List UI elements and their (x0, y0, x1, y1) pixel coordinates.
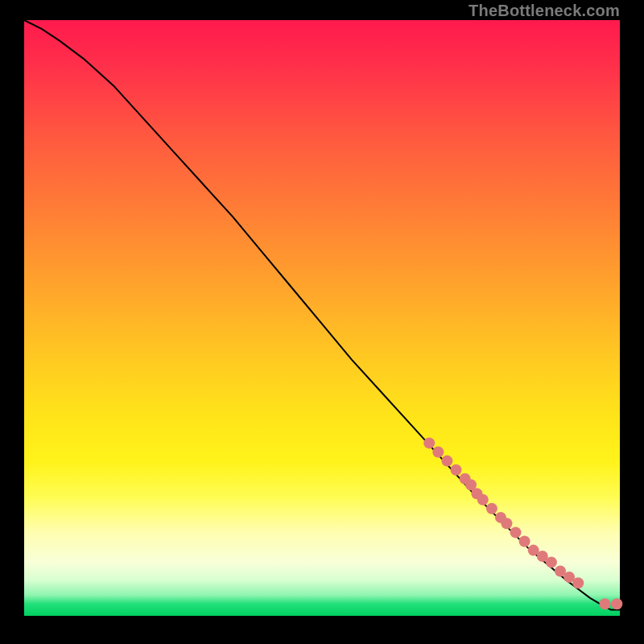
bottleneck-curve (24, 20, 620, 610)
data-point (600, 598, 611, 609)
plot-area (24, 20, 620, 616)
data-point (486, 503, 497, 514)
data-point (611, 598, 622, 609)
data-point (423, 437, 435, 448)
watermark-text: TheBottleneck.com (469, 2, 620, 20)
scatter-points (423, 437, 622, 609)
data-point (572, 577, 584, 588)
data-point (501, 518, 512, 529)
data-point (477, 494, 489, 506)
data-point (432, 447, 444, 458)
data-point (510, 526, 522, 538)
data-point (546, 556, 557, 568)
chart-root: TheBottleneck.com (0, 0, 644, 644)
plot-svg (24, 20, 620, 616)
data-point (451, 464, 462, 476)
data-point (441, 456, 452, 467)
data-point (519, 536, 530, 547)
